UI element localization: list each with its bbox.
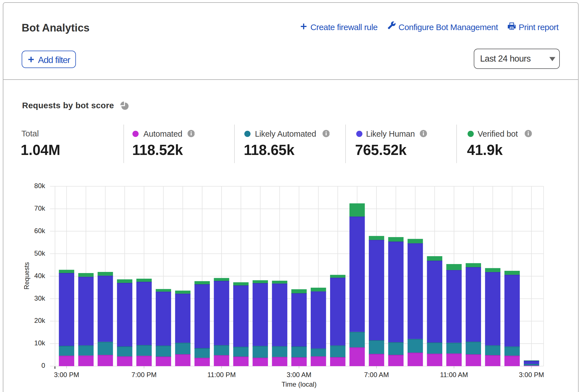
svg-text:7:00 AM: 7:00 AM — [364, 371, 389, 379]
svg-text:11:00 PM: 11:00 PM — [207, 371, 236, 379]
svg-text:3:00 PM: 3:00 PM — [519, 371, 544, 379]
svg-text:Requests: Requests — [23, 262, 30, 289]
svg-text:70k: 70k — [34, 204, 46, 212]
svg-text:50k: 50k — [34, 249, 46, 257]
svg-text:11:00 AM: 11:00 AM — [440, 371, 468, 379]
svg-text:60k: 60k — [34, 227, 46, 235]
svg-text:0: 0 — [41, 362, 45, 369]
svg-text:80k: 80k — [34, 182, 46, 190]
svg-text:40k: 40k — [34, 272, 46, 280]
svg-text:20k: 20k — [34, 317, 46, 324]
svg-text:3:00 AM: 3:00 AM — [287, 371, 311, 379]
svg-text:30k: 30k — [34, 294, 46, 302]
svg-text:3:00 PM: 3:00 PM — [54, 371, 79, 379]
svg-text:10k: 10k — [34, 339, 46, 347]
svg-text:7:00 PM: 7:00 PM — [132, 371, 157, 379]
svg-text:Time (local): Time (local) — [281, 380, 316, 388]
